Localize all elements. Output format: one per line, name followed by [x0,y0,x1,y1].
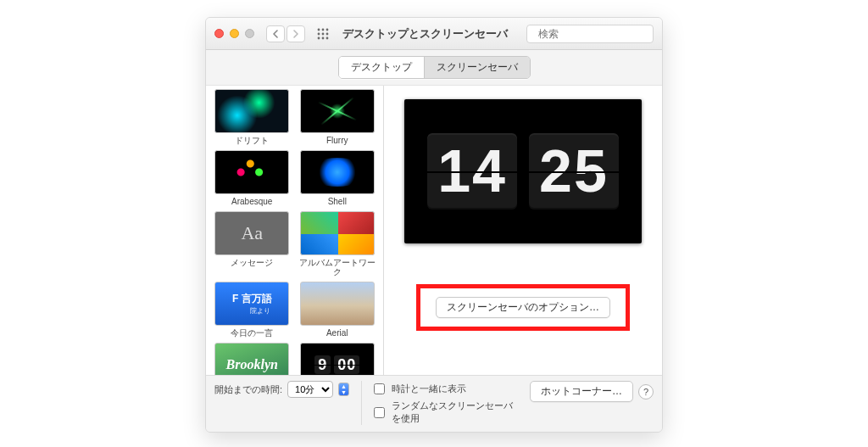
screensaver-preview[interactable]: 14 25 [404,99,642,243]
thumbnail-brooklyn: Brooklyn [214,343,289,375]
screensaver-list[interactable]: ドリフト Flurry Arabesque Shell Aa メッセージ [206,86,384,375]
zoom-window-button[interactable] [245,29,254,38]
thumbnail-drift [214,89,289,133]
minimize-window-button[interactable] [230,29,239,38]
label: メッセージ [213,258,292,267]
body: ドリフト Flurry Arabesque Shell Aa メッセージ [206,86,662,375]
random-screensaver-checkbox[interactable]: ランダムなスクリーンセーバを使用 [370,400,518,425]
screensaver-options-button[interactable]: スクリーンセーバのオプション… [436,297,610,318]
label: ドリフト [213,136,292,145]
label: Flurry [298,136,377,145]
tab-screensaver[interactable]: スクリーンセーバ [424,57,530,78]
chevron-right-icon [292,30,299,38]
screensaver-item-message[interactable]: Aa メッセージ [213,211,292,277]
svg-point-8 [326,36,329,39]
start-after-control: 開始までの時間: 10分 ▲ ▼ [214,381,349,398]
thumbnail-message: Aa [214,211,289,255]
thumbnail-flurry [300,89,375,133]
label: 今日の一言 [213,328,292,338]
hot-corners-button[interactable]: ホットコーナー… [530,381,633,402]
screensaver-item-aerial[interactable]: Aerial [298,282,377,338]
svg-point-5 [326,32,329,35]
screensaver-item-arabesque[interactable]: Arabesque [213,150,292,206]
tab-desktop[interactable]: デスクトップ [339,57,424,78]
forward-button[interactable] [287,25,305,42]
search-input[interactable] [537,27,663,41]
titlebar: デスクトップとスクリーンセーバ [206,18,662,50]
screensaver-item-drift[interactable]: ドリフト [213,89,292,145]
thumbnail-album [300,211,375,255]
help-button[interactable]: ? [638,384,654,400]
close-window-button[interactable] [214,29,224,38]
svg-point-3 [318,32,320,35]
back-button[interactable] [266,25,285,42]
start-after-select[interactable]: 10分 [287,381,333,398]
svg-point-0 [318,28,320,31]
tab-row: デスクトップ スクリーンセーバ [206,50,662,86]
svg-point-7 [322,36,325,39]
thumbnail-shell [300,150,375,194]
search-field[interactable] [526,25,654,43]
grid-icon [317,28,329,40]
help-icon: ? [643,387,648,397]
start-after-label: 開始までの時間: [214,383,282,396]
preview-minutes: 25 [529,133,619,210]
label: Arabesque [213,197,292,206]
footer: 開始までの時間: 10分 ▲ ▼ 時計と一緒に表示 ランダムなスクリーンセーバを… [206,375,662,432]
screensaver-item-flurry[interactable]: Flurry [298,89,377,145]
preferences-window: デスクトップとスクリーンセーバ デスクトップ スクリーンセーバ ドリフト Flu… [205,17,663,433]
show-all-prefs-button[interactable] [314,25,332,42]
thumbnail-arabesque [214,150,289,194]
preview-hours: 14 [427,133,517,210]
tab-segment: デスクトップ スクリーンセーバ [338,56,531,79]
label: Shell [298,197,377,206]
label: アルバムアートワーク [298,258,377,277]
screensaver-item-brooklyn[interactable]: Brooklyn Brooklyn [213,343,292,375]
screensaver-item-quote[interactable]: F 言万語 院より 今日の一言 [213,282,292,338]
thumbnail-fliqlo: 9 00 [300,343,375,375]
show-clock-checkbox[interactable]: 時計と一緒に表示 [370,381,518,397]
options-highlight: スクリーンセーバのオプション… [416,284,630,331]
thumbnail-quote: F 言万語 院より [214,282,289,326]
screensaver-item-fliqlo[interactable]: 9 00 Fliqlo [298,343,377,375]
preview-pane: 14 25 スクリーンセーバのオプション… [384,86,662,375]
svg-point-4 [322,32,325,35]
window-title: デスクトップとスクリーンセーバ [342,26,508,42]
chevron-left-icon [272,30,279,38]
svg-point-6 [318,36,320,39]
chevron-up-icon: ▲ [339,383,348,389]
screensaver-item-album[interactable]: アルバムアートワーク [298,211,377,277]
svg-point-2 [326,28,329,31]
label: Aerial [298,328,377,338]
window-controls [214,29,254,38]
screensaver-item-shell[interactable]: Shell [298,150,377,206]
svg-point-1 [322,28,325,31]
nav-buttons [266,25,305,42]
start-after-stepper[interactable]: ▲ ▼ [338,383,349,396]
chevron-down-icon: ▼ [339,389,348,395]
thumbnail-aerial [300,282,375,326]
